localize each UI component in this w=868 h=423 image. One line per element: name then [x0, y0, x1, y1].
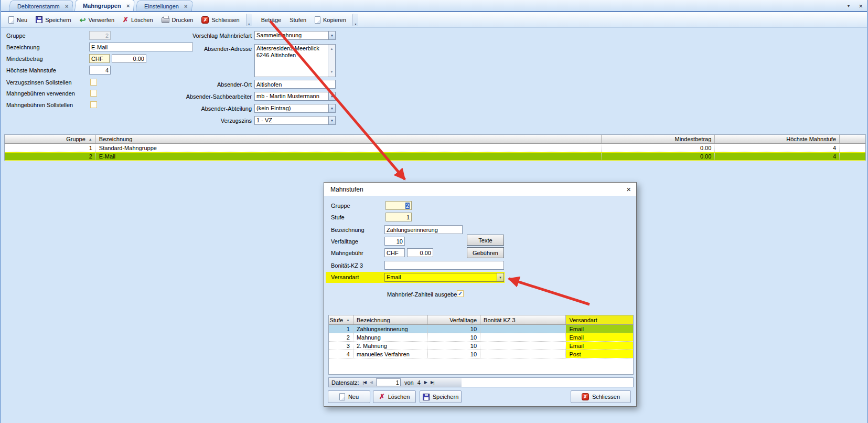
table-row-selected[interactable]: 1 Zahlungserinnerung 10 Email [329, 325, 633, 333]
toolbar-overflow-button[interactable]: ▼ [352, 14, 358, 26]
neu-button-label: Neu [17, 17, 27, 23]
column-header-stufe[interactable]: Stufe▲ [329, 315, 353, 324]
dlg-verfalltage-label: Verfalltage [331, 238, 358, 245]
column-header-filler [840, 135, 865, 143]
dlg-stufe-field[interactable]: 1 [385, 213, 412, 221]
record-number-field[interactable] [376, 378, 401, 386]
texte-button[interactable]: Texte [467, 235, 504, 246]
nav-total-label: 4 [417, 379, 421, 386]
column-header-verfalltage[interactable]: Verfalltage [428, 315, 480, 324]
dialog-title-bar[interactable]: Mahnstufen × [324, 183, 636, 196]
nav-last-button[interactable]: ▶| [431, 380, 434, 385]
dialog-schliessen-button[interactable]: ✗ Schliessen [571, 390, 631, 403]
check-icon: ✓ [458, 291, 463, 297]
mahnstufen-dialog: Mahnstufen × Gruppe 2 Stufe 1 Bezeichnun… [324, 182, 637, 407]
toolbar-overflow-button[interactable]: ▼ [246, 14, 252, 26]
dlg-verfalltage-field[interactable]: 10 [384, 237, 405, 246]
mahngebuehren-verwenden-checkbox[interactable] [90, 90, 97, 97]
mahnbrief-zahlteil-checkbox[interactable]: ✓ [457, 290, 464, 297]
loeschen-button[interactable]: ✗ Löschen [119, 15, 157, 25]
schliessen-button[interactable]: ✗ Schliessen [197, 15, 243, 25]
column-header-bezeichnung[interactable]: Bezeichnung [96, 135, 602, 143]
nav-first-button[interactable]: |◀ [363, 380, 366, 385]
tab-einstellungen[interactable]: Einstellungen × [136, 1, 193, 11]
chevron-down-icon[interactable]: ▼ [497, 273, 503, 281]
absender-adresse-field[interactable]: Altersresidenz Meerblick 6246 Altishofen… [254, 44, 336, 77]
chevron-down-icon[interactable]: ▼ [328, 31, 335, 39]
schliessen-button-label: Schliessen [211, 17, 239, 23]
dlg-currency-field[interactable]: CHF [384, 248, 405, 257]
stufen-button[interactable]: Stufen [285, 15, 310, 25]
mahnbriefart-label: Vorschlag Mahnbriefart [153, 33, 252, 39]
dialog-speichern-button[interactable]: Speichern [420, 390, 462, 403]
column-header-versandart[interactable]: Versandart [566, 315, 633, 324]
column-header-gruppe[interactable]: Gruppe▲ [5, 135, 96, 143]
chevron-down-icon[interactable]: ▼ [328, 92, 335, 100]
scroll-up-icon[interactable]: ▲ [330, 46, 334, 52]
loeschen-button-label: Löschen [131, 17, 153, 23]
tab-close-icon[interactable]: × [184, 3, 187, 9]
betraege-button[interactable]: Beträge [257, 15, 286, 25]
nav-von-label: von [404, 379, 414, 386]
verzugszins-label: Verzugszins [153, 118, 252, 124]
chevron-down-icon[interactable]: ▼ [328, 117, 335, 124]
absender-sachbearbeiter-dropdown[interactable]: mb - Martin Mustermann ▼ [254, 92, 336, 101]
scroll-down-icon[interactable]: ▼ [330, 69, 334, 76]
column-header-bezeichnung[interactable]: Bezeichnung [353, 315, 428, 324]
dlg-bezeichnung-field[interactable]: Zahlungserinnerung [384, 225, 463, 234]
speichern-button[interactable]: Speichern [31, 15, 76, 25]
hoechste-mahnstufe-field[interactable] [89, 66, 111, 75]
sort-asc-icon: ▲ [89, 138, 92, 141]
dialog-loeschen-button[interactable]: ✗ Löschen [373, 390, 416, 403]
tab-bar: Debitorenstamm × Mahngruppen × Einstellu… [1, 0, 867, 12]
gruppe-field: 2 [89, 31, 111, 40]
gebuehren-button[interactable]: Gebühren [467, 247, 504, 258]
column-header-mindestbetrag[interactable]: Mindestbetrag [602, 135, 715, 143]
column-header-hoechste-mahnstufe[interactable]: Höchste Mahnstufe [715, 135, 840, 143]
column-header-bonitaet[interactable]: Bonität KZ 3 [480, 315, 566, 324]
tab-label: Mahngruppen [83, 3, 121, 9]
new-page-icon [8, 16, 14, 24]
chevron-down-icon[interactable]: ▼ [328, 104, 335, 112]
tab-close-icon[interactable]: × [126, 3, 130, 9]
mindestbetrag-label: Mindestbetrag [6, 56, 43, 62]
table-row[interactable]: 3 2. Mahnung 10 Email [329, 342, 633, 350]
verwerfen-button[interactable]: ↩ Verwerfen [76, 15, 119, 25]
tabbar-close-icon[interactable]: × [859, 2, 863, 10]
mahngebuehren-sollstellen-checkbox[interactable] [90, 101, 97, 108]
table-row[interactable]: 1 Standard-Mahngruppe 0.00 4 [5, 144, 865, 152]
table-row-selected[interactable]: 2 E-Mail 0.00 4 [5, 152, 865, 161]
table-header-row: Gruppe▲ Bezeichnung Mindestbetrag Höchst… [5, 135, 865, 144]
drucken-button[interactable]: Drucken [157, 15, 198, 25]
currency-field[interactable] [89, 54, 110, 63]
dlg-gruppe-field[interactable]: 2 [385, 201, 412, 210]
dialog-close-icon[interactable]: × [626, 185, 631, 193]
mahnbriefart-dropdown[interactable]: Sammelmahnung ▼ [254, 31, 336, 40]
mindestbetrag-field[interactable] [112, 54, 146, 63]
absender-ort-field[interactable] [254, 80, 336, 89]
tabbar-controls: ▼ × [846, 2, 863, 10]
tab-list-dropdown-icon[interactable]: ▼ [846, 4, 850, 8]
tab-close-icon[interactable]: × [65, 3, 68, 9]
kopieren-button[interactable]: Kopieren [310, 15, 350, 25]
dlg-bonitaet-field[interactable] [384, 261, 504, 270]
versandart-dropdown[interactable]: Email ▼ [384, 273, 504, 282]
verzugszins-dropdown[interactable]: 1 - VZ ▼ [254, 116, 336, 125]
textarea-scrollbar[interactable]: ▲ ▼ [328, 45, 335, 77]
nav-prev-button[interactable]: ◀ [370, 380, 372, 385]
tab-mahngruppen[interactable]: Mahngruppen × [74, 0, 135, 11]
verzugszinsen-sollstellen-checkbox[interactable] [90, 79, 97, 86]
table-row[interactable]: 2 Mahnung 10 Email [329, 333, 633, 342]
nav-next-button[interactable]: ▶ [424, 380, 427, 385]
speichern-button-label: Speichern [45, 17, 71, 23]
table-header-row: Stufe▲ Bezeichnung Verfalltage Bonität K… [329, 315, 633, 325]
absender-abteilung-dropdown[interactable]: (kein Eintrag) ▼ [254, 104, 336, 113]
betraege-button-label: Beträge [261, 17, 282, 23]
table-row[interactable]: 4 manuelles Verfahren 10 Post [329, 350, 633, 358]
mahnbrief-zahlteil-label: Mahnbrief-Zahlteil ausgeben [387, 291, 460, 298]
neu-button[interactable]: Neu [4, 15, 31, 25]
dialog-neu-button[interactable]: Neu [328, 390, 370, 403]
dlg-mahngebuehr-field[interactable]: 0.00 [407, 248, 433, 257]
tab-debitorenstamm[interactable]: Debitorenstamm × [9, 1, 73, 11]
dlg-stufe-label: Stufe [331, 214, 345, 220]
